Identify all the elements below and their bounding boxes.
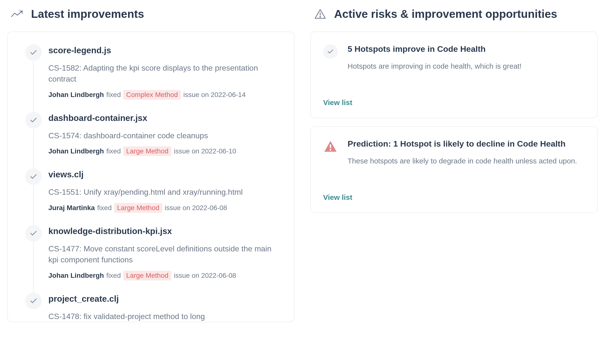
improvement-badge: Large Method [123, 271, 171, 280]
improvement-fixed-label: fixed [106, 147, 121, 155]
improvement-meta: Juraj Martinka fixed Large Method issue … [48, 203, 278, 213]
improvement-item[interactable]: views.clj CS-1551: Unify xray/pending.ht… [25, 169, 278, 226]
risk-card-header: 5 Hotspots improve in Code Health Hotspo… [323, 44, 585, 72]
improvement-author: Johan Lindbergh [48, 147, 104, 155]
risk-card: Prediction: 1 Hotspot is likely to decli… [310, 126, 598, 213]
check-icon [25, 168, 42, 185]
warning-icon [323, 139, 338, 154]
improvement-issue: issue on 2022-06-08 [174, 272, 236, 279]
improvement-author: Juraj Martinka [48, 204, 95, 212]
improvements-panel: score-legend.js CS-1582: Adapting the kp… [7, 31, 294, 322]
improvement-file: project_create.clj [48, 294, 278, 304]
improvement-desc: CS-1582: Adapting the kpi score displays… [48, 63, 278, 85]
improvement-badge: Large Method [123, 146, 171, 156]
improvement-item[interactable]: score-legend.js CS-1582: Adapting the kp… [25, 45, 278, 113]
improvement-issue: issue on 2022-06-08 [165, 204, 227, 212]
risk-card-content: Prediction: 1 Hotspot is likely to decli… [347, 139, 585, 166]
check-icon [25, 293, 42, 309]
improvement-issue: issue on 2022-06-14 [183, 91, 246, 99]
improvement-meta: Johan Lindbergh fixed Large Method issue… [48, 146, 278, 156]
improvement-meta: Johan Lindbergh fixed Complex Method iss… [48, 90, 278, 100]
improvement-badge: Complex Method [123, 90, 181, 100]
risk-card-desc: These hotspots are likely to degrade in … [347, 155, 585, 166]
warning-outline-icon [314, 8, 326, 20]
improvements-timeline: score-legend.js CS-1582: Adapting the kp… [25, 45, 278, 322]
risks-column: Active risks & improvement opportunities… [310, 7, 598, 322]
improvement-badge: Large Method [114, 203, 162, 213]
improvement-desc: CS-1574: dashboard-container code cleanu… [48, 130, 278, 141]
svg-rect-2 [330, 144, 331, 148]
trend-up-icon [11, 8, 23, 20]
improvement-issue: issue on 2022-06-10 [174, 147, 236, 155]
improvement-file: score-legend.js [48, 45, 278, 55]
improvement-file: views.clj [48, 169, 278, 179]
risk-cards-container: 5 Hotspots improve in Code Health Hotspo… [310, 31, 598, 213]
improvements-column: Latest improvements score-legend.js CS-1… [7, 7, 294, 322]
check-icon [25, 225, 42, 242]
risk-card: 5 Hotspots improve in Code Health Hotspo… [310, 31, 598, 118]
improvement-author: Johan Lindbergh [48, 91, 104, 99]
dashboard-container: Latest improvements score-legend.js CS-1… [7, 7, 606, 322]
improvement-file: knowledge-distribution-kpi.jsx [48, 226, 278, 236]
risk-card-content: 5 Hotspots improve in Code Health Hotspo… [347, 44, 585, 72]
view-list-link[interactable]: View list [323, 193, 585, 202]
improvement-fixed-label: fixed [97, 204, 112, 212]
view-list-link[interactable]: View list [323, 98, 585, 107]
improvement-meta: Johan Lindbergh fixed Large Method issue… [48, 271, 278, 280]
improvement-desc: CS-1551: Unify xray/pending.html and xra… [48, 187, 278, 198]
improvement-file: dashboard-container.jsx [48, 113, 278, 123]
improvements-header: Latest improvements [11, 7, 294, 21]
improvement-fixed-label: fixed [106, 91, 121, 99]
svg-point-1 [320, 17, 321, 17]
check-icon [323, 44, 338, 59]
improvement-author: Johan Lindbergh [48, 272, 104, 279]
risks-title: Active risks & improvement opportunities [334, 7, 557, 21]
risk-card-title: Prediction: 1 Hotspot is likely to decli… [347, 139, 585, 149]
check-icon [25, 44, 42, 61]
improvement-desc: CS-1477: Move constant scoreLevel defini… [48, 243, 278, 265]
improvement-fixed-label: fixed [106, 272, 121, 279]
risk-card-desc: Hotspots are improving in code health, w… [347, 61, 585, 72]
svg-point-3 [330, 149, 332, 151]
improvement-desc: CS-1478: fix validated-project method to… [48, 311, 278, 322]
improvement-item[interactable]: knowledge-distribution-kpi.jsx CS-1477: … [25, 226, 278, 294]
check-icon [25, 112, 42, 129]
improvement-item[interactable]: dashboard-container.jsx CS-1574: dashboa… [25, 113, 278, 170]
improvements-title: Latest improvements [31, 7, 144, 21]
risk-card-header: Prediction: 1 Hotspot is likely to decli… [323, 139, 585, 166]
improvement-item[interactable]: project_create.clj CS-1478: fix validate… [25, 294, 278, 322]
risk-card-title: 5 Hotspots improve in Code Health [347, 44, 585, 54]
risks-header: Active risks & improvement opportunities [314, 7, 598, 21]
